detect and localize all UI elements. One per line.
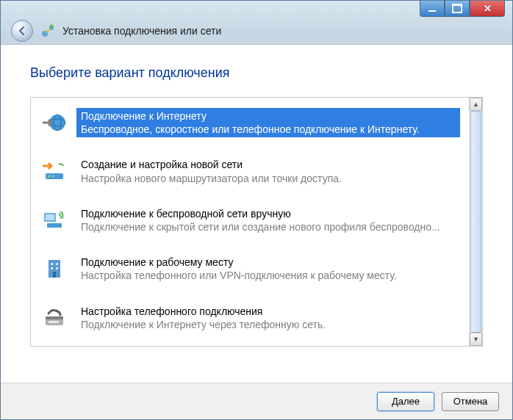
- svg-rect-17: [56, 267, 58, 269]
- wireless-pc-icon: [40, 207, 69, 233]
- options-list: Подключение к Интернету Беспроводное, ск…: [31, 98, 469, 346]
- minimize-button[interactable]: [420, 1, 445, 17]
- scroll-thumb[interactable]: [470, 111, 481, 333]
- scroll-up-button[interactable]: ▲: [470, 98, 482, 111]
- svg-rect-3: [51, 24, 52, 29]
- svg-point-9: [52, 175, 54, 177]
- main-heading: Выберите вариант подключения: [30, 65, 483, 81]
- svg-rect-16: [51, 267, 53, 269]
- scrollbar[interactable]: ▲ ▼: [469, 98, 482, 346]
- options-listbox: Подключение к Интернету Беспроводное, ск…: [30, 97, 483, 347]
- next-button[interactable]: Далее: [377, 392, 434, 411]
- option-internet[interactable]: Подключение к Интернету Беспроводное, ск…: [34, 104, 466, 142]
- wizard-window: Установка подключения или сети Выберите …: [0, 0, 513, 420]
- cancel-button[interactable]: Отмена: [442, 392, 499, 411]
- option-manual-wireless[interactable]: Подключение к беспроводной сети вручную …: [34, 201, 466, 239]
- svg-rect-14: [51, 263, 53, 265]
- option-desc: Настройка телефонного или VPN-подключени…: [81, 269, 456, 282]
- back-button[interactable]: [11, 20, 33, 42]
- building-icon: [40, 256, 69, 282]
- svg-rect-11: [46, 214, 54, 220]
- router-icon: [40, 159, 69, 185]
- option-desc: Настройка нового маршрутизатора или точк…: [81, 172, 456, 185]
- option-title: Подключение к Интернету: [81, 109, 456, 123]
- window-controls: [420, 1, 505, 17]
- option-title: Подключение к рабочему месту: [81, 256, 456, 269]
- svg-rect-15: [56, 263, 58, 265]
- option-workplace[interactable]: Подключение к рабочему месту Настройка т…: [34, 250, 466, 288]
- close-button[interactable]: [470, 1, 505, 17]
- footer-bar: Далее Отмена: [1, 383, 512, 419]
- window-title: Установка подключения или сети: [62, 25, 221, 37]
- svg-rect-21: [49, 321, 59, 323]
- option-title: Настройка телефонного подключения: [81, 305, 456, 318]
- svg-rect-18: [53, 272, 56, 278]
- option-dialup[interactable]: Настройка телефонного подключения Подклю…: [34, 299, 466, 337]
- svg-rect-20: [46, 316, 63, 319]
- globe-arrow-icon: [40, 109, 69, 136]
- option-desc: Беспроводное, скоростное или телефонное …: [81, 123, 456, 136]
- phone-modem-icon: [40, 305, 69, 331]
- network-wizard-icon: [40, 23, 55, 38]
- option-new-network[interactable]: Создание и настройка новой сети Настройк…: [34, 152, 466, 190]
- scroll-down-button[interactable]: ▼: [470, 333, 482, 346]
- content-area: Выберите вариант подключения Подключение…: [1, 45, 512, 375]
- maximize-button[interactable]: [445, 1, 470, 17]
- svg-rect-12: [47, 223, 62, 228]
- option-title: Подключение к беспроводной сети вручную: [81, 207, 456, 220]
- svg-point-8: [49, 175, 51, 177]
- option-title: Создание и настройка новой сети: [81, 158, 456, 171]
- option-desc: Подключение к Интернету через телефонную…: [81, 318, 456, 331]
- option-desc: Подключение к скрытой сети или создание …: [81, 220, 456, 233]
